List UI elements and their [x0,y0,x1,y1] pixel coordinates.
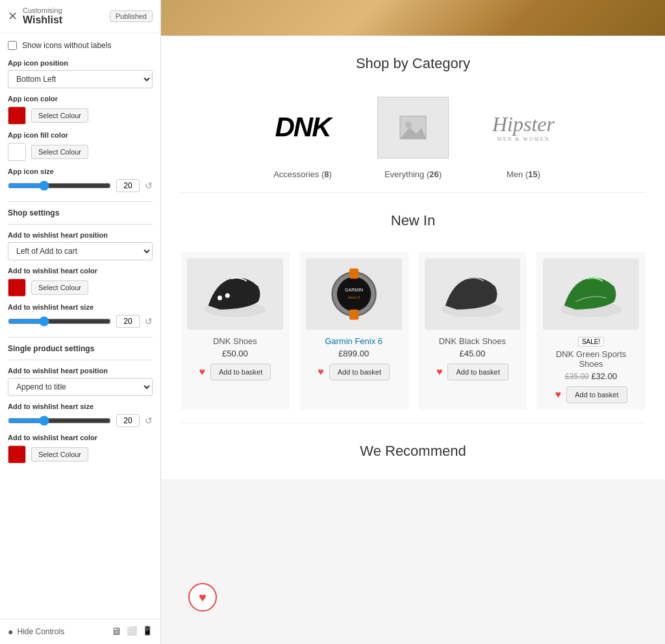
single-heart-position-select[interactable]: Append to title Below title Left of titl… [8,378,153,396]
shop-heart-color-swatch[interactable] [8,279,26,297]
dnk-shoes-svg [197,266,273,323]
shop-heart-position-select[interactable]: Left of Add to cart Right of Add to cart… [8,242,153,260]
app-icon-color-row: Select Colour [8,106,153,125]
category-item-men[interactable]: Hipster MEN & WOMEN Men (15) [481,92,566,179]
product-actions-dnk-shoes: ♥ Add to basket [187,364,283,380]
published-badge: Published [110,10,153,22]
mobile-icon[interactable]: 📱 [142,626,153,638]
app-icon-fill-color-swatch[interactable] [8,143,26,161]
category-item-accessories[interactable]: DNK Accessories (8) [260,92,345,179]
shop-heart-size-input[interactable] [116,315,140,328]
product-actions-dnk-green-shoes: ♥ Add to basket [543,386,639,403]
single-heart-size-input[interactable] [116,414,140,427]
panel-content: Show icons without labels App icon posit… [0,33,160,619]
single-heart-color-swatch[interactable] [8,445,26,464]
app-icon-size-reset[interactable]: ↺ [145,180,153,191]
single-heart-color-row: Select Colour [8,445,153,464]
show-icons-checkbox[interactable] [8,41,17,50]
product-name-dnk-green-shoes: DNK Green Sports Shoes [543,349,639,369]
app-icon-position-select[interactable]: Bottom Left Bottom Right Top Left Top Ri… [8,70,153,88]
add-basket-dnk-green-shoes[interactable]: Add to basket [566,386,627,403]
new-in-heading: New In [181,206,646,242]
eye-icon: ● [8,626,13,637]
garmin-link[interactable]: Garmin Fenix 6 [325,336,383,346]
product-card-dnk-green-shoes: SALE! DNK Green Sports Shoes £35.00 £32.… [536,252,646,410]
category-item-everything[interactable]: Everything (26) [371,92,455,179]
panel-footer: ● Hide Controls 🖥 ⬜ 📱 [0,619,160,644]
desktop-icon[interactable]: 🖥 [111,626,121,638]
shop-heart-position-label: Add to wishlist heart position [8,231,153,239]
category-img-accessories: DNK [260,92,345,163]
panel-title: Wishlist [23,14,62,26]
svg-text:GARMIN: GARMIN [345,288,363,292]
add-basket-garmin[interactable]: Add to basket [329,364,390,380]
app-icon-fill-color-row: Select Colour [8,143,153,161]
product-actions-dnk-black-shoes: ♥ Add to basket [425,364,521,380]
hero-image [161,0,665,36]
wishlist-heart-garmin[interactable]: ♥ [318,366,324,378]
shop-heart-color-row: Select Colour [8,279,153,297]
single-product-divider [8,337,153,338]
wishlist-heart-dnk-green-shoes[interactable]: ♥ [555,389,562,401]
shop-by-category-heading: Shop by Category [161,36,665,85]
shop-settings-divider [8,201,153,202]
category-count-everything: (26) [427,169,442,179]
app-icon-color-button[interactable]: Select Colour [31,108,88,123]
price-original-dnk-green: £35.00 [565,372,589,381]
svg-point-5 [225,293,230,298]
app-icon-size-row: ↺ [8,179,153,192]
app-icon-size-slider[interactable] [8,180,111,191]
category-img-everything [371,92,455,163]
panel-header: ✕ Customising Wishlist Published [0,0,160,33]
single-heart-color-button[interactable]: Select Colour [31,447,88,462]
app-icon-fill-color-button[interactable]: Select Colour [31,145,88,159]
shop-settings-inner-divider [8,224,153,225]
svg-text:fenix 6: fenix 6 [348,295,360,299]
shop-heart-color-button[interactable]: Select Colour [31,280,88,295]
products-grid: DNK Shoes £50.00 ♥ Add to basket [181,252,646,410]
category-name-everything: Everything (26) [371,169,455,179]
sale-badge-container: SALE! [543,336,639,349]
tablet-icon[interactable]: ⬜ [127,626,137,638]
app-icon-position-label: App icon position [8,59,153,67]
add-basket-dnk-black-shoes[interactable]: Add to basket [447,364,508,380]
product-price-dnk-shoes: £50.00 [187,349,283,358]
shop-settings-title: Shop settings [8,208,153,217]
shop-heart-size-slider[interactable] [8,316,111,327]
shop-heart-size-reset[interactable]: ↺ [145,316,153,327]
shop-content: Shop by Category DNK Accessories (8) [161,36,665,479]
wishlist-heart-dnk-black-shoes[interactable]: ♥ [436,366,443,378]
close-button[interactable]: ✕ [8,9,18,23]
shop-heart-color-label: Add to wishlist heart color [8,267,153,275]
hide-controls-button[interactable]: ● Hide Controls [8,626,64,637]
product-price-dnk-black-shoes: £45.00 [425,349,521,358]
product-actions-garmin: ♥ Add to basket [306,364,402,380]
app-icon-color-swatch[interactable] [8,106,26,125]
right-panel: Shop by Category DNK Accessories (8) [161,0,665,644]
floating-heart-button[interactable]: ♥ [188,583,217,612]
categories-row: DNK Accessories (8) [161,85,665,192]
app-icon-color-label: App icon color [8,95,153,103]
product-img-dnk-shoes [187,258,283,330]
wishlist-heart-dnk-shoes[interactable]: ♥ [199,366,205,378]
svg-point-8 [338,278,370,310]
add-basket-dnk-shoes[interactable]: Add to basket [210,364,271,380]
single-heart-size-slider[interactable] [8,415,111,426]
product-name-dnk-black-shoes: DNK Black Shoes [425,336,521,346]
dnk-green-shoes-svg [553,266,629,323]
dnk-black-shoes-svg [434,266,510,323]
garmin-svg: GARMIN fenix 6 [316,266,392,323]
new-in-section: New In DNK Shoes £50.00 [161,193,665,423]
hide-controls-label: Hide Controls [17,627,64,636]
category-name-men: Men (15) [481,169,566,179]
svg-rect-9 [349,268,358,279]
app-icon-size-label: App icon size [8,167,153,175]
app-icon-size-input[interactable] [116,179,140,192]
hero-image-inner [161,0,665,36]
single-heart-size-reset[interactable]: ↺ [145,415,153,426]
single-heart-position-label: Add to wishlist heart position [8,367,153,375]
product-card-garmin: GARMIN fenix 6 Garmin Fenix 6 £899.00 ♥ … [299,252,408,410]
we-recommend-heading: We Recommend [181,436,646,473]
single-product-inner-divider [8,360,153,360]
single-heart-size-row: ↺ [8,414,153,427]
